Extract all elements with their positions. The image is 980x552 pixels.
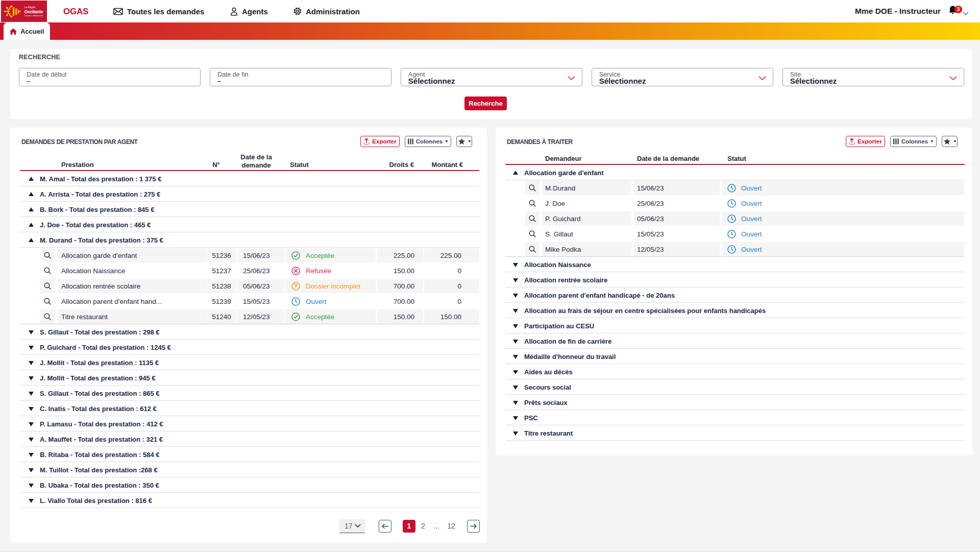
svg-text:Occitanie: Occitanie	[24, 9, 43, 14]
svg-text:Pyrénées - Méditerranée: Pyrénées - Méditerranée	[24, 15, 43, 17]
svg-text:La Région: La Région	[24, 6, 36, 9]
